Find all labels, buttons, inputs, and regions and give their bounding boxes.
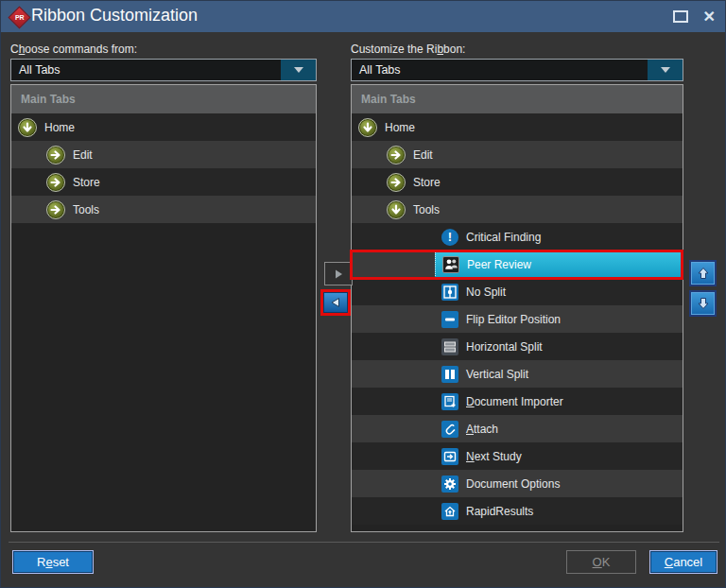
tab-collapsed-icon xyxy=(387,146,406,164)
list-item[interactable]: Home xyxy=(352,113,683,141)
restore-window-icon[interactable] xyxy=(673,10,688,23)
ribbon-customization-dialog: PR Ribbon Customization ✕ Choose command… xyxy=(0,0,726,588)
add-command-button[interactable] xyxy=(324,262,353,285)
cancel-button[interactable]: Cancel xyxy=(649,550,717,574)
list-item[interactable]: Vertical Split xyxy=(352,360,683,388)
list-item[interactable]: Edit xyxy=(11,141,316,168)
list-item-label: Horizontal Split xyxy=(466,340,543,354)
list-item-label: Attach xyxy=(466,423,498,436)
list-item[interactable]: Next Study xyxy=(352,442,683,470)
list-item[interactable]: Store xyxy=(352,168,683,196)
dropdown-arrow-icon[interactable] xyxy=(281,60,316,80)
next-study-icon xyxy=(441,448,458,465)
move-down-button[interactable] xyxy=(689,290,717,317)
dropdown-value: All Tabs xyxy=(11,60,281,80)
list-rows: HomeEditStoreTools!Critical FindingPeer … xyxy=(352,113,683,525)
reset-button[interactable]: Reset xyxy=(12,550,94,574)
list-item-label: Document Importer xyxy=(466,395,563,408)
no-split-icon xyxy=(441,284,458,301)
list-item-label: Next Study xyxy=(466,450,522,463)
ribbon-structure-list[interactable]: Main Tabs HomeEditStoreTools!Critical Fi… xyxy=(351,84,683,532)
list-item[interactable]: Flip Editor Position xyxy=(352,305,683,333)
ok-button[interactable]: OK xyxy=(566,550,636,574)
tab-expanded-icon xyxy=(18,118,37,137)
list-item-label: RapidResults xyxy=(466,505,533,518)
attach-icon xyxy=(441,421,458,438)
list-item[interactable]: Document Importer xyxy=(352,388,683,415)
dropdown-value: All Tabs xyxy=(352,60,648,80)
list-item[interactable]: Horizontal Split xyxy=(352,333,683,360)
list-item-label: Document Options xyxy=(466,477,560,491)
list-item-label: Home xyxy=(385,121,415,134)
rapid-results-icon xyxy=(441,503,458,520)
dropdown-arrow-icon[interactable] xyxy=(648,60,683,80)
flip-editor-icon xyxy=(441,311,458,328)
list-item[interactable]: Tools xyxy=(352,196,683,223)
app-icon: PR xyxy=(8,6,30,28)
tab-collapsed-icon xyxy=(46,173,65,192)
peer-review-icon xyxy=(442,256,459,273)
vertical-split-icon xyxy=(441,366,458,383)
close-icon[interactable]: ✕ xyxy=(703,9,716,25)
available-commands-list[interactable]: Main Tabs HomeEditStoreTools xyxy=(10,84,317,532)
up-arrow-icon xyxy=(696,266,711,281)
list-item[interactable]: No Split xyxy=(352,278,683,305)
remove-command-button[interactable] xyxy=(323,292,348,313)
choose-commands-label: Choose commands from: xyxy=(10,43,137,56)
list-item-label: Peer Review xyxy=(467,258,531,271)
tab-collapsed-icon xyxy=(387,173,406,192)
move-up-button[interactable] xyxy=(689,260,717,286)
list-rows: HomeEditStoreTools xyxy=(11,113,316,223)
horizontal-split-icon xyxy=(441,338,458,355)
list-item-label: Store xyxy=(73,176,100,189)
list-item[interactable]: !Critical Finding xyxy=(352,223,683,251)
list-header: Main Tabs xyxy=(352,85,683,113)
document-importer-icon xyxy=(441,393,458,410)
list-item[interactable]: Store xyxy=(11,168,316,196)
ribbon-target-dropdown[interactable]: All Tabs xyxy=(351,59,683,81)
critical-finding-icon: ! xyxy=(441,229,458,246)
list-item[interactable]: RapidResults xyxy=(352,497,683,525)
window-title: Ribbon Customization xyxy=(31,6,198,26)
document-options-icon xyxy=(441,476,458,493)
list-item-label: Vertical Split xyxy=(466,368,528,381)
tab-collapsed-icon xyxy=(46,146,65,164)
down-arrow-icon xyxy=(696,296,711,311)
list-header: Main Tabs xyxy=(11,85,316,113)
list-item[interactable]: Peer Review xyxy=(352,251,683,278)
right-arrow-icon xyxy=(332,268,345,281)
list-item-label: Edit xyxy=(413,148,433,162)
list-item-label: No Split xyxy=(466,285,506,299)
list-item-label: Critical Finding xyxy=(466,231,541,244)
list-item[interactable]: Document Options xyxy=(352,470,683,497)
list-item[interactable]: Edit xyxy=(352,141,683,168)
customize-ribbon-label: Customize the Ribbon: xyxy=(351,43,465,56)
list-item-label: Edit xyxy=(73,148,93,162)
list-item-label: Tools xyxy=(73,203,99,216)
tab-collapsed-icon xyxy=(46,200,65,219)
commands-source-dropdown[interactable]: All Tabs xyxy=(10,59,317,81)
list-item-label: Tools xyxy=(413,203,440,216)
left-arrow-icon xyxy=(329,296,342,309)
list-item-label: Home xyxy=(44,121,75,134)
tab-expanded-icon xyxy=(358,118,377,137)
list-item[interactable]: Attach xyxy=(352,415,683,442)
footer-separator xyxy=(9,542,719,543)
list-item[interactable]: Tools xyxy=(11,196,316,223)
tab-expanded-icon xyxy=(387,200,406,219)
titlebar: PR Ribbon Customization ✕ xyxy=(1,1,725,32)
list-item-label: Store xyxy=(413,176,441,189)
list-item-label: Flip Editor Position xyxy=(466,313,561,326)
list-item[interactable]: Home xyxy=(11,113,316,141)
